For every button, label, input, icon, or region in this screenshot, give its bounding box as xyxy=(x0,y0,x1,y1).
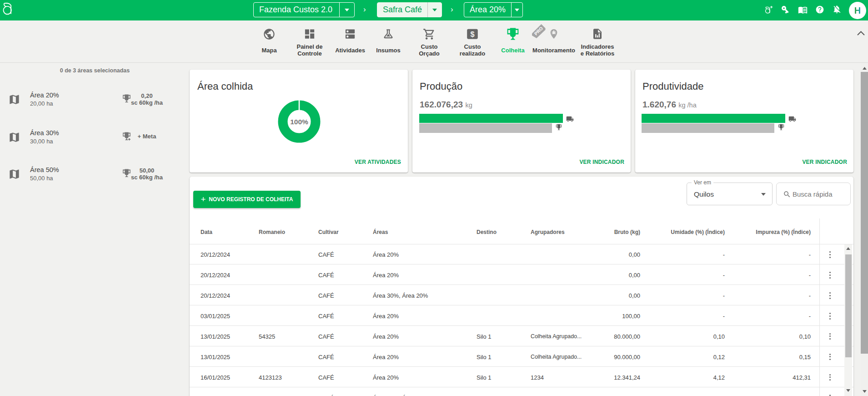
svg-text:$: $ xyxy=(470,30,474,38)
svg-text:100%: 100% xyxy=(290,118,308,126)
